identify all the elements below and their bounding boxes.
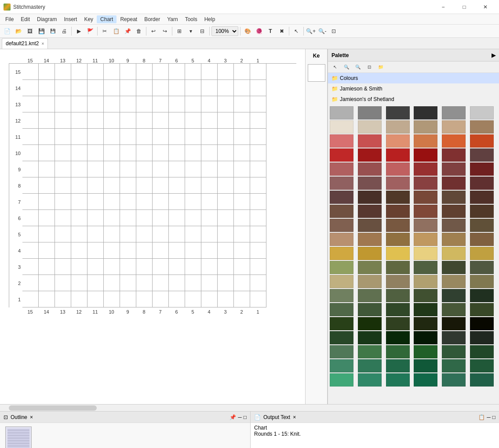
color-swatch[interactable] (358, 233, 382, 246)
color-swatch[interactable] (330, 219, 353, 232)
menu-tools[interactable]: Tools (182, 15, 201, 23)
grid-cell[interactable] (104, 275, 120, 291)
grid-cell[interactable] (250, 226, 266, 242)
color-swatch[interactable] (358, 163, 382, 176)
grid-cell[interactable] (120, 194, 136, 210)
palette-folder-btn[interactable]: 📁 (375, 62, 386, 72)
grid-cell[interactable] (136, 80, 153, 96)
scissors-button[interactable]: ✂ (99, 26, 110, 36)
grid-cell[interactable] (201, 194, 218, 210)
palette-zoom-out-btn[interactable]: 🔍 (353, 62, 363, 72)
grid-cell[interactable] (136, 112, 153, 129)
menu-yarn[interactable]: Yarn (164, 15, 181, 23)
grid-cell[interactable] (87, 80, 104, 96)
grid-cell[interactable] (218, 226, 234, 242)
close-button[interactable]: ✕ (475, 0, 495, 14)
menu-help[interactable]: Help (201, 15, 219, 23)
color-swatch[interactable] (386, 261, 410, 274)
grid-cell[interactable] (153, 161, 169, 177)
color-swatch[interactable] (414, 106, 437, 119)
color-swatch[interactable] (330, 106, 353, 119)
grid-cell[interactable] (104, 96, 120, 112)
color-swatch[interactable] (414, 163, 437, 176)
grid-cell[interactable] (39, 112, 55, 129)
grid-cell[interactable] (185, 161, 201, 177)
delete-button[interactable]: 🗑 (134, 26, 144, 36)
grid-cell[interactable] (104, 161, 120, 177)
grid-cell[interactable] (120, 259, 136, 275)
grid-cell[interactable] (120, 226, 136, 242)
grid-cell[interactable] (120, 291, 136, 307)
grid-cell[interactable] (22, 112, 39, 129)
grid-cell[interactable] (185, 259, 201, 275)
grid-cell[interactable] (234, 259, 250, 275)
grid-cell[interactable] (87, 64, 104, 80)
color-swatch[interactable] (386, 134, 410, 148)
grid-cell[interactable] (201, 275, 218, 291)
grid-cell[interactable] (153, 194, 169, 210)
grid-cell[interactable] (22, 226, 39, 242)
grid-cell[interactable] (136, 210, 153, 226)
grid-cell[interactable] (39, 80, 55, 96)
grid-cell[interactable] (22, 64, 39, 80)
color-swatch[interactable] (330, 191, 353, 204)
grid-cell[interactable] (22, 242, 39, 259)
grid-cell[interactable] (201, 291, 218, 307)
color-swatch[interactable] (414, 303, 437, 316)
grid-cell[interactable] (87, 226, 104, 242)
grid-cell[interactable] (104, 242, 120, 259)
grid-cell[interactable] (153, 291, 169, 307)
palette-select-btn[interactable]: ⊡ (364, 62, 375, 72)
grid-cell[interactable] (120, 64, 136, 80)
color-swatch[interactable] (442, 134, 466, 148)
color-swatch[interactable] (330, 163, 353, 176)
color-swatch[interactable] (442, 148, 466, 162)
grid-cell[interactable] (104, 112, 120, 129)
color-swatch[interactable] (330, 233, 353, 246)
outline-maximize-btn[interactable]: □ (244, 414, 247, 420)
grid-cell[interactable] (234, 194, 250, 210)
color-swatch[interactable] (358, 317, 382, 330)
redo-button[interactable]: ↪ (160, 26, 170, 36)
color-swatch[interactable] (386, 233, 410, 246)
grid-cell[interactable] (201, 129, 218, 145)
color-swatch[interactable] (470, 317, 494, 330)
color-swatch[interactable] (442, 275, 466, 288)
grid-cell[interactable] (153, 226, 169, 242)
color-swatch[interactable] (330, 120, 353, 134)
grid-cell[interactable] (169, 161, 185, 177)
color-swatch[interactable] (330, 317, 353, 330)
grid-cell[interactable] (136, 96, 153, 112)
color-swatch[interactable] (386, 345, 410, 358)
color-swatch[interactable] (442, 331, 466, 344)
color-swatch[interactable] (358, 205, 382, 218)
color-swatch[interactable] (386, 177, 410, 190)
color-swatch[interactable] (358, 134, 382, 148)
maximize-button[interactable]: □ (454, 0, 474, 14)
grid-cell[interactable] (22, 210, 39, 226)
grid-dropdown-button[interactable]: ▾ (186, 26, 196, 36)
color-swatch[interactable] (414, 331, 437, 344)
color-swatch[interactable] (386, 373, 410, 387)
grid-cell[interactable] (87, 112, 104, 129)
grid-cell[interactable] (250, 64, 266, 80)
color-swatch[interactable] (442, 120, 466, 134)
color-swatch[interactable] (414, 261, 437, 274)
color-swatch[interactable] (386, 289, 410, 302)
grid-cell[interactable] (55, 291, 71, 307)
color-swatch[interactable] (470, 219, 494, 232)
grid-cell[interactable] (39, 96, 55, 112)
grid-cell[interactable] (201, 210, 218, 226)
grid-cell[interactable] (22, 177, 39, 194)
palette-expand-icon[interactable]: ▶ (492, 52, 495, 58)
color-swatch[interactable] (470, 303, 494, 316)
grid-cell[interactable] (87, 259, 104, 275)
color-swatch[interactable] (330, 177, 353, 190)
color-swatch[interactable] (414, 205, 437, 218)
grid-cell[interactable] (120, 145, 136, 161)
color-swatch[interactable] (470, 148, 494, 162)
grid-cell[interactable] (218, 64, 234, 80)
grid-cell[interactable] (87, 242, 104, 259)
play-button[interactable]: ▶ (73, 26, 84, 36)
open-button[interactable]: 📂 (13, 26, 24, 36)
